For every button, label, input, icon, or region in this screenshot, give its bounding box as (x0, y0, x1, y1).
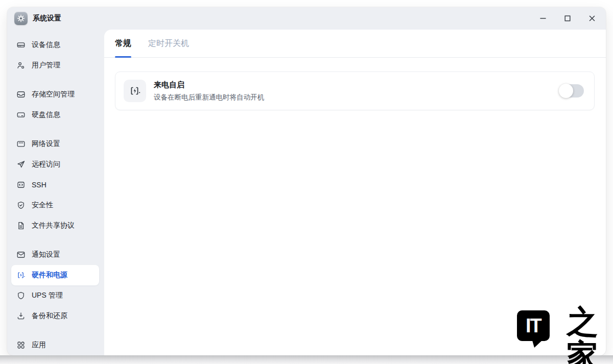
sidebar-item-label: 用户管理 (32, 61, 60, 70)
notification-icon (16, 250, 26, 259)
sidebar-item-notification[interactable]: 通知设置 (11, 245, 99, 265)
sidebar-item-remote-access[interactable]: 远程访问 (11, 154, 99, 175)
ithome-logo-it: IT (526, 315, 541, 337)
ithome-watermark: IT 之家 www.ithome.com (517, 305, 613, 364)
sidebar-item-network[interactable]: 网络设置 (11, 134, 99, 154)
tab-general[interactable]: 常规 (115, 30, 131, 57)
sidebar-item-ups[interactable]: UPS 管理 (11, 285, 99, 306)
tab-bar: 常规 定时开关机 (104, 30, 606, 58)
close-button[interactable] (586, 13, 598, 24)
sidebar-item-apps[interactable]: 应用 (11, 335, 99, 355)
sidebar-group: 网络设置 远程访问 SSH (7, 134, 104, 236)
ithome-logo-cn: 之家 (552, 305, 613, 364)
sidebar-item-label: 文件共享协议 (32, 221, 75, 230)
sidebar-item-label: 网络设置 (32, 139, 60, 149)
sidebar-item-label: SSH (32, 181, 46, 189)
sidebar-item-security[interactable]: 安全性 (11, 195, 99, 215)
device-info-icon (16, 40, 26, 50)
sidebar-group: 存储空间管理 硬盘信息 (7, 84, 104, 125)
auto-power-on-toggle[interactable] (559, 84, 584, 98)
sidebar-item-label: 硬盘信息 (32, 110, 60, 119)
security-icon (16, 201, 26, 210)
sidebar-group: 应用 (7, 335, 104, 355)
sidebar-item-label: 应用 (32, 341, 46, 350)
auto-power-on-card: 来电自启 设备在断电后重新通电时将自动开机 (115, 71, 595, 110)
hard-disk-icon (16, 110, 26, 119)
ithome-logo: IT 之家 (517, 305, 613, 364)
sidebar-item-label: 通知设置 (32, 250, 60, 259)
sidebar-item-label: 备份和还原 (32, 311, 67, 321)
toggle-knob (559, 84, 573, 98)
sidebar-item-backup-restore[interactable]: 备份和还原 (11, 306, 99, 326)
setting-description: 设备在断电后重新通电时将自动开机 (154, 93, 264, 102)
sidebar-item-label: 硬件和电源 (32, 271, 67, 280)
user-management-icon (16, 61, 26, 70)
maximize-button[interactable] (562, 13, 573, 24)
sidebar-item-label: 设备信息 (32, 40, 60, 50)
sidebar-item-device-info[interactable]: 设备信息 (11, 35, 99, 55)
sidebar-group: 设备信息 用户管理 (7, 35, 104, 76)
tab-scheduled-power[interactable]: 定时开关机 (148, 30, 189, 57)
minimize-button[interactable] (537, 13, 549, 24)
ssh-icon (16, 180, 26, 189)
sidebar-item-label: UPS 管理 (32, 291, 63, 300)
sidebar-item-hardware-power[interactable]: 硬件和电源 (11, 265, 99, 285)
sidebar-item-hard-disk[interactable]: 硬盘信息 (11, 105, 99, 125)
window-title: 系统设置 (33, 14, 61, 23)
sidebar-item-label: 存储空间管理 (32, 90, 75, 99)
ithome-logo-bubble: IT (517, 310, 550, 341)
title-bar: 系统设置 (7, 7, 606, 30)
gear-icon (14, 12, 28, 25)
auto-power-on-text: 来电自启 设备在断电后重新通电时将自动开机 (154, 80, 264, 102)
window-controls (537, 13, 606, 24)
sidebar-item-ssh[interactable]: SSH (11, 175, 99, 195)
setting-title: 来电自启 (154, 80, 264, 90)
sidebar-group: 通知设置 硬件和电源 (7, 245, 104, 326)
network-icon (16, 139, 26, 149)
sidebar-item-user-management[interactable]: 用户管理 (11, 55, 99, 76)
sidebar-item-file-share[interactable]: 文件共享协议 (11, 215, 99, 236)
sidebar-item-label: 安全性 (32, 201, 53, 210)
backup-restore-icon (16, 311, 26, 321)
ups-icon (16, 291, 26, 300)
hardware-power-icon (16, 271, 26, 280)
storage-pool-icon (16, 90, 26, 99)
power-restore-icon (124, 80, 146, 102)
sidebar-item-label: 远程访问 (32, 160, 60, 169)
remote-access-icon (16, 160, 26, 169)
file-share-icon (16, 221, 26, 230)
sidebar-item-storage-pool[interactable]: 存储空间管理 (11, 84, 99, 105)
sidebar: 设备信息 用户管理 存储空间管理 (7, 30, 104, 355)
settings-window: 系统设置 设备信息 (7, 7, 606, 355)
apps-icon (16, 341, 26, 350)
